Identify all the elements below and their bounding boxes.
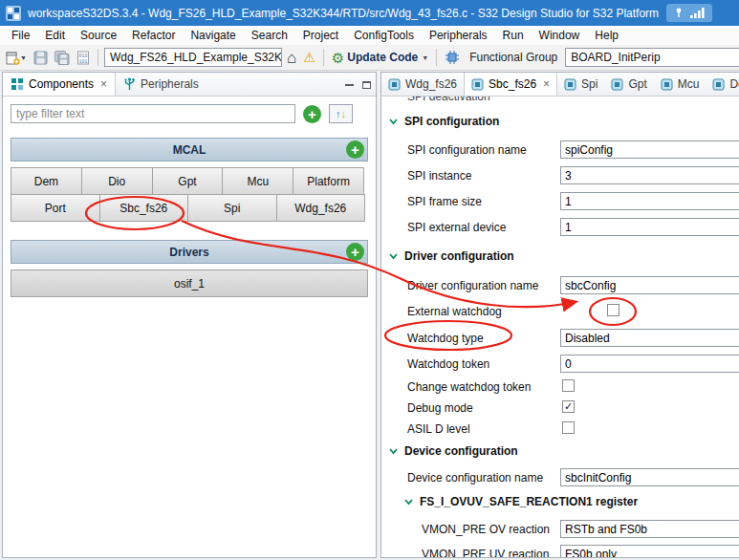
s32-design-studio-window: workspaceS32DS.3.4 - Wdg_FS26_HLD_Exampl… <box>0 0 739 560</box>
spi-external-device-label: SPI external device <box>407 221 506 234</box>
watchdog-type-combo[interactable] <box>560 329 739 347</box>
editor-tab-mcu[interactable]: Mcu <box>654 73 706 96</box>
s32ds-logo-icon <box>6 6 21 21</box>
add-driver-button[interactable]: + <box>346 243 364 261</box>
component-osif-1[interactable]: osif_1 <box>11 269 368 297</box>
maximize-icon[interactable] <box>362 81 371 89</box>
menu-run[interactable]: Run <box>495 26 532 45</box>
driver-config-name-field[interactable] <box>560 276 739 294</box>
new-wizard-caret-icon: ▼ <box>20 54 27 61</box>
project-selector-combo[interactable]: Wdg_FS26_HLD_Example_S32K3 ▼ <box>104 48 282 67</box>
peripherals-usb-icon <box>123 77 136 91</box>
menu-project[interactable]: Project <box>295 26 346 45</box>
functional-group-value: BOARD_InitPerip <box>571 51 660 64</box>
asil-d-level-checkbox[interactable] <box>562 421 575 434</box>
menu-peripherals[interactable]: Peripherals <box>422 26 495 45</box>
group-header-mcal: MCAL + <box>11 138 368 162</box>
save-all-icon <box>54 51 70 65</box>
plus-icon: + <box>351 142 359 157</box>
home-button[interactable]: ⌂ <box>285 47 298 68</box>
chip-icon <box>445 50 460 65</box>
component-gpt[interactable]: Gpt <box>152 167 224 195</box>
section-fs-i-ovuv-register[interactable]: FS_I_OVUV_SAFE_REACTION1 register <box>404 495 638 508</box>
title-widget-group[interactable] <box>666 4 712 22</box>
component-port[interactable]: Port <box>11 194 100 222</box>
editor-tab-wdg-fs26[interactable]: Wdg_fs26 <box>381 73 464 96</box>
component-sbc-fs26[interactable]: Sbc_fs26 <box>99 194 189 222</box>
debug-mode-checkbox[interactable]: ✓ <box>562 400 575 413</box>
update-code-button[interactable]: ⚙ Update Code ▼ <box>330 47 430 68</box>
vmon-pre-uv-combo[interactable] <box>560 545 739 557</box>
device-config-name-field[interactable] <box>560 468 739 486</box>
config-editor: Wdg_fs26 Sbc_fs26 × Spi <box>380 72 739 558</box>
spi-external-device-field[interactable] <box>560 218 739 236</box>
new-file-icon <box>6 51 20 65</box>
minimize-icon[interactable] <box>345 83 354 86</box>
spi-config-name-field[interactable] <box>560 140 739 159</box>
component-spi[interactable]: Spi <box>187 194 277 222</box>
config-doc-icon <box>611 78 623 91</box>
spi-frame-size-field[interactable] <box>560 192 739 210</box>
component-wdg-fs26[interactable]: Wdg_fs26 <box>276 194 366 222</box>
menu-edit[interactable]: Edit <box>37 26 73 45</box>
external-watchdog-label: External watchdog <box>407 305 502 318</box>
section-device-configuration[interactable]: Device configuration <box>389 444 518 458</box>
menu-file[interactable]: File <box>4 26 37 45</box>
section-driver-configuration[interactable]: Driver configuration <box>389 249 514 263</box>
menu-navigate[interactable]: Navigate <box>183 26 243 45</box>
change-watchdog-token-checkbox[interactable] <box>562 379 575 392</box>
change-watchdog-token-label: Change watchdog token <box>407 380 531 394</box>
component-platform[interactable]: Platform <box>293 167 364 195</box>
filter-input[interactable] <box>11 104 295 123</box>
components-view-body: + ↑ ↓ MCAL + Dem Dio Gpt Mcu Platform <box>3 97 376 557</box>
chevron-down-icon <box>389 118 398 125</box>
watchdog-token-field[interactable] <box>560 355 739 373</box>
vmon-pre-ov-combo[interactable] <box>560 520 739 538</box>
menu-search[interactable]: Search <box>244 26 295 45</box>
tab-components-label: Components <box>29 77 94 91</box>
save-icon <box>33 51 48 65</box>
functional-group-combo[interactable]: BOARD_InitPerip <box>565 48 739 67</box>
save-all-button[interactable] <box>53 47 72 68</box>
add-mcal-component-button[interactable]: + <box>346 140 364 159</box>
menu-help[interactable]: Help <box>587 26 626 45</box>
menu-source[interactable]: Source <box>73 26 124 45</box>
vmon-pre-uv-label: VMON_PRE UV reaction <box>422 548 549 557</box>
editor-tab-spi[interactable]: Spi <box>557 73 604 96</box>
binary-view-button[interactable]: 010 101 <box>75 47 92 68</box>
component-dio[interactable]: Dio <box>81 167 153 195</box>
external-watchdog-checkbox[interactable] <box>607 304 619 316</box>
component-mcu[interactable]: Mcu <box>222 167 293 195</box>
view-minmax-controls <box>345 73 371 97</box>
chevron-down-icon <box>389 448 398 455</box>
add-component-button[interactable]: + <box>303 105 321 123</box>
component-dem[interactable]: Dem <box>11 167 82 195</box>
editor-tab-label: Mcu <box>678 77 700 91</box>
menu-configtools[interactable]: ConfigTools <box>346 26 422 45</box>
editor-tab-sbc-fs26[interactable]: Sbc_fs26 × <box>464 73 557 96</box>
section-spi-configuration[interactable]: SPI configuration <box>389 115 499 128</box>
close-icon[interactable]: × <box>543 78 550 90</box>
tab-peripherals[interactable]: Peripherals <box>116 73 206 96</box>
tab-peripherals-label: Peripherals <box>141 77 199 91</box>
peripherals-tool-button[interactable] <box>443 47 462 68</box>
sort-button[interactable]: ↑ ↓ <box>329 104 353 123</box>
save-button[interactable] <box>32 47 50 68</box>
tab-components[interactable]: Components × <box>3 73 116 96</box>
editor-tab-label: Gpt <box>628 77 646 91</box>
menu-window[interactable]: Window <box>532 26 588 45</box>
warning-icon: ⚠ <box>303 51 315 64</box>
spi-instance-field[interactable] <box>560 166 739 184</box>
window-title: workspaceS32DS.3.4 - Wdg_FS26_HLD_Exampl… <box>28 7 659 20</box>
components-icon <box>11 77 24 91</box>
config-doc-icon <box>388 78 401 91</box>
close-icon[interactable]: × <box>100 78 107 90</box>
menu-refactor[interactable]: Refactor <box>124 26 183 45</box>
project-selector-value: Wdg_FS26_HLD_Example_S32K3 <box>110 51 282 64</box>
editor-tab-gpt[interactable]: Gpt <box>604 73 653 96</box>
editor-tab-dem[interactable]: Dem <box>706 73 739 96</box>
section-title: Driver configuration <box>404 249 514 263</box>
menu-bar: File Edit Source Refactor Navigate Searc… <box>0 26 739 45</box>
new-wizard-button[interactable]: ▼ <box>4 47 29 68</box>
problems-button[interactable]: ⚠ <box>301 47 317 68</box>
